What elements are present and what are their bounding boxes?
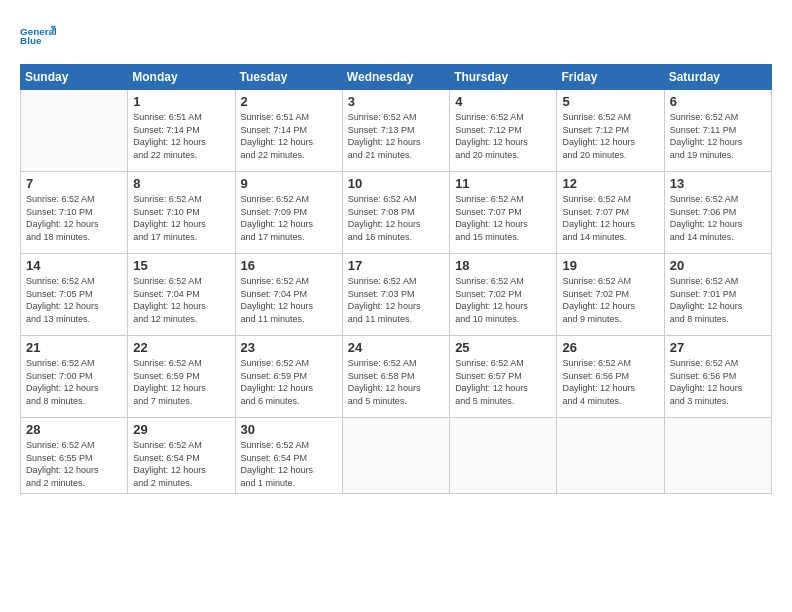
day-number: 20 [670, 258, 766, 273]
calendar-cell: 30Sunrise: 6:52 AM Sunset: 6:54 PM Dayli… [235, 418, 342, 494]
day-info: Sunrise: 6:52 AM Sunset: 6:58 PM Dayligh… [348, 357, 444, 407]
day-number: 10 [348, 176, 444, 191]
day-number: 28 [26, 422, 122, 437]
col-header-thursday: Thursday [450, 65, 557, 90]
calendar-cell: 18Sunrise: 6:52 AM Sunset: 7:02 PM Dayli… [450, 254, 557, 336]
day-number: 29 [133, 422, 229, 437]
day-number: 7 [26, 176, 122, 191]
logo-svg: General Blue [20, 18, 56, 54]
calendar-cell [450, 418, 557, 494]
day-number: 24 [348, 340, 444, 355]
day-number: 12 [562, 176, 658, 191]
day-info: Sunrise: 6:52 AM Sunset: 7:00 PM Dayligh… [26, 357, 122, 407]
calendar-cell: 17Sunrise: 6:52 AM Sunset: 7:03 PM Dayli… [342, 254, 449, 336]
calendar-cell: 28Sunrise: 6:52 AM Sunset: 6:55 PM Dayli… [21, 418, 128, 494]
day-info: Sunrise: 6:52 AM Sunset: 7:04 PM Dayligh… [133, 275, 229, 325]
calendar-cell: 11Sunrise: 6:52 AM Sunset: 7:07 PM Dayli… [450, 172, 557, 254]
calendar-cell: 24Sunrise: 6:52 AM Sunset: 6:58 PM Dayli… [342, 336, 449, 418]
header: General Blue [20, 18, 772, 54]
day-info: Sunrise: 6:52 AM Sunset: 6:59 PM Dayligh… [133, 357, 229, 407]
calendar-cell: 26Sunrise: 6:52 AM Sunset: 6:56 PM Dayli… [557, 336, 664, 418]
calendar-cell [342, 418, 449, 494]
calendar-cell: 21Sunrise: 6:52 AM Sunset: 7:00 PM Dayli… [21, 336, 128, 418]
calendar-cell: 2Sunrise: 6:51 AM Sunset: 7:14 PM Daylig… [235, 90, 342, 172]
col-header-wednesday: Wednesday [342, 65, 449, 90]
calendar-cell: 22Sunrise: 6:52 AM Sunset: 6:59 PM Dayli… [128, 336, 235, 418]
week-row-4: 21Sunrise: 6:52 AM Sunset: 7:00 PM Dayli… [21, 336, 772, 418]
day-info: Sunrise: 6:52 AM Sunset: 7:05 PM Dayligh… [26, 275, 122, 325]
week-row-5: 28Sunrise: 6:52 AM Sunset: 6:55 PM Dayli… [21, 418, 772, 494]
col-header-saturday: Saturday [664, 65, 771, 90]
calendar-cell: 27Sunrise: 6:52 AM Sunset: 6:56 PM Dayli… [664, 336, 771, 418]
calendar-cell: 29Sunrise: 6:52 AM Sunset: 6:54 PM Dayli… [128, 418, 235, 494]
calendar-cell: 19Sunrise: 6:52 AM Sunset: 7:02 PM Dayli… [557, 254, 664, 336]
day-number: 13 [670, 176, 766, 191]
day-number: 16 [241, 258, 337, 273]
day-info: Sunrise: 6:51 AM Sunset: 7:14 PM Dayligh… [133, 111, 229, 161]
day-info: Sunrise: 6:52 AM Sunset: 6:57 PM Dayligh… [455, 357, 551, 407]
calendar-cell: 4Sunrise: 6:52 AM Sunset: 7:12 PM Daylig… [450, 90, 557, 172]
day-number: 3 [348, 94, 444, 109]
day-info: Sunrise: 6:52 AM Sunset: 7:03 PM Dayligh… [348, 275, 444, 325]
calendar-cell: 5Sunrise: 6:52 AM Sunset: 7:12 PM Daylig… [557, 90, 664, 172]
calendar-cell [557, 418, 664, 494]
col-header-monday: Monday [128, 65, 235, 90]
day-number: 23 [241, 340, 337, 355]
calendar-cell: 23Sunrise: 6:52 AM Sunset: 6:59 PM Dayli… [235, 336, 342, 418]
day-info: Sunrise: 6:52 AM Sunset: 6:56 PM Dayligh… [670, 357, 766, 407]
calendar-cell: 7Sunrise: 6:52 AM Sunset: 7:10 PM Daylig… [21, 172, 128, 254]
day-info: Sunrise: 6:52 AM Sunset: 7:10 PM Dayligh… [26, 193, 122, 243]
day-number: 21 [26, 340, 122, 355]
day-number: 15 [133, 258, 229, 273]
week-row-1: 1Sunrise: 6:51 AM Sunset: 7:14 PM Daylig… [21, 90, 772, 172]
day-info: Sunrise: 6:51 AM Sunset: 7:14 PM Dayligh… [241, 111, 337, 161]
calendar-cell [664, 418, 771, 494]
calendar-cell: 6Sunrise: 6:52 AM Sunset: 7:11 PM Daylig… [664, 90, 771, 172]
day-number: 25 [455, 340, 551, 355]
day-info: Sunrise: 6:52 AM Sunset: 7:02 PM Dayligh… [455, 275, 551, 325]
calendar-cell: 14Sunrise: 6:52 AM Sunset: 7:05 PM Dayli… [21, 254, 128, 336]
calendar-cell: 3Sunrise: 6:52 AM Sunset: 7:13 PM Daylig… [342, 90, 449, 172]
day-number: 14 [26, 258, 122, 273]
calendar-cell: 16Sunrise: 6:52 AM Sunset: 7:04 PM Dayli… [235, 254, 342, 336]
calendar-cell: 20Sunrise: 6:52 AM Sunset: 7:01 PM Dayli… [664, 254, 771, 336]
day-number: 11 [455, 176, 551, 191]
day-number: 6 [670, 94, 766, 109]
day-number: 22 [133, 340, 229, 355]
day-number: 30 [241, 422, 337, 437]
calendar-cell: 12Sunrise: 6:52 AM Sunset: 7:07 PM Dayli… [557, 172, 664, 254]
day-number: 4 [455, 94, 551, 109]
day-info: Sunrise: 6:52 AM Sunset: 7:01 PM Dayligh… [670, 275, 766, 325]
day-info: Sunrise: 6:52 AM Sunset: 6:56 PM Dayligh… [562, 357, 658, 407]
day-number: 1 [133, 94, 229, 109]
day-number: 9 [241, 176, 337, 191]
day-info: Sunrise: 6:52 AM Sunset: 7:09 PM Dayligh… [241, 193, 337, 243]
week-row-3: 14Sunrise: 6:52 AM Sunset: 7:05 PM Dayli… [21, 254, 772, 336]
day-info: Sunrise: 6:52 AM Sunset: 7:13 PM Dayligh… [348, 111, 444, 161]
logo: General Blue [20, 18, 56, 54]
day-info: Sunrise: 6:52 AM Sunset: 6:55 PM Dayligh… [26, 439, 122, 489]
calendar-cell: 10Sunrise: 6:52 AM Sunset: 7:08 PM Dayli… [342, 172, 449, 254]
week-row-2: 7Sunrise: 6:52 AM Sunset: 7:10 PM Daylig… [21, 172, 772, 254]
day-info: Sunrise: 6:52 AM Sunset: 7:06 PM Dayligh… [670, 193, 766, 243]
day-info: Sunrise: 6:52 AM Sunset: 7:04 PM Dayligh… [241, 275, 337, 325]
day-info: Sunrise: 6:52 AM Sunset: 7:07 PM Dayligh… [562, 193, 658, 243]
calendar-cell: 25Sunrise: 6:52 AM Sunset: 6:57 PM Dayli… [450, 336, 557, 418]
day-info: Sunrise: 6:52 AM Sunset: 7:07 PM Dayligh… [455, 193, 551, 243]
svg-text:Blue: Blue [20, 35, 42, 46]
calendar-cell: 15Sunrise: 6:52 AM Sunset: 7:04 PM Dayli… [128, 254, 235, 336]
day-info: Sunrise: 6:52 AM Sunset: 6:54 PM Dayligh… [241, 439, 337, 489]
day-number: 27 [670, 340, 766, 355]
day-info: Sunrise: 6:52 AM Sunset: 6:54 PM Dayligh… [133, 439, 229, 489]
calendar-cell [21, 90, 128, 172]
day-info: Sunrise: 6:52 AM Sunset: 7:12 PM Dayligh… [562, 111, 658, 161]
day-info: Sunrise: 6:52 AM Sunset: 7:12 PM Dayligh… [455, 111, 551, 161]
day-number: 2 [241, 94, 337, 109]
day-number: 26 [562, 340, 658, 355]
day-info: Sunrise: 6:52 AM Sunset: 7:08 PM Dayligh… [348, 193, 444, 243]
day-number: 19 [562, 258, 658, 273]
calendar-header-row: SundayMondayTuesdayWednesdayThursdayFrid… [21, 65, 772, 90]
calendar-cell: 13Sunrise: 6:52 AM Sunset: 7:06 PM Dayli… [664, 172, 771, 254]
day-number: 17 [348, 258, 444, 273]
day-number: 8 [133, 176, 229, 191]
